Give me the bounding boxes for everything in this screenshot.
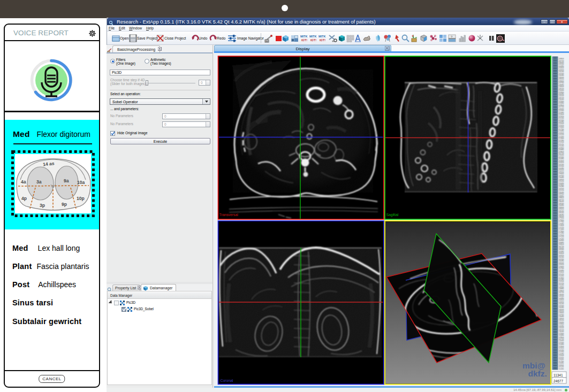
- svg-text:Coronal: Coronal: [221, 379, 233, 382]
- svg-text:11341: 11341: [553, 373, 563, 377]
- svg-text:dkfz.: dkfz.: [528, 369, 547, 378]
- svg-text:Sagittal: Sagittal: [386, 213, 399, 217]
- svg-text:Transversal: Transversal: [219, 213, 239, 217]
- svg-text:24677: 24677: [553, 379, 563, 383]
- svg-text:11440: 11440: [559, 368, 564, 370]
